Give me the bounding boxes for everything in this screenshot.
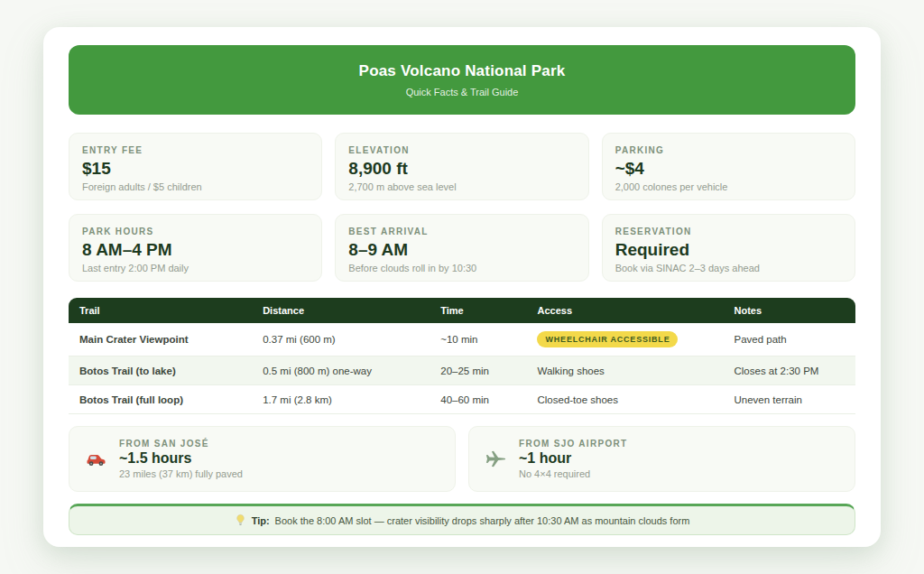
cell-access: Wheelchair Accessible [526,323,723,356]
stat-label: Park Hours [82,227,309,236]
cell-notes: Uneven terrain [723,385,855,414]
stat-label: Parking [615,145,842,155]
stat-value: 8–9 AM [348,240,575,260]
tip-bar: Tip: Book the 8:00 AM slot — crater visi… [69,504,855,535]
cell-trail: Main Crater Viewpoint [69,323,252,356]
stat-subtext: 2,000 colones per vehicle [615,181,842,192]
cell-distance: 1.7 mi (2.8 km) [252,385,430,414]
travel-label: From San José [119,439,243,449]
column-header-trail: Trail [69,298,252,323]
stat-subtext: Book via SINAC 2–3 days ahead [615,263,842,273]
stat-subtext: 2,700 m above sea level [348,181,575,192]
table-row: Main Crater Viewpoint 0.37 mi (600 m) ~1… [69,323,855,356]
stat-subtext: Before clouds roll in by 10:30 [348,263,575,273]
cell-distance: 0.5 mi (800 m) one-way [252,356,430,385]
travel-subtext: No 4×4 required [519,468,627,479]
cell-access: Walking shoes [526,356,723,385]
trail-guide-table: Trail Distance Time Access Notes Main Cr… [69,298,855,414]
table-header: Trail Distance Time Access Notes [69,298,855,323]
travel-grid: From San José ~1.5 hours 23 miles (37 km… [69,426,855,492]
stat-value: $15 [82,159,309,179]
cell-access: Closed-toe shoes [526,385,723,414]
cell-time: 40–60 min [430,385,526,414]
stat-card-reservation: Reservation Required Book via SINAC 2–3 … [602,214,855,282]
cell-trail: Botos Trail (to lake) [69,356,252,385]
column-header-time: Time [430,298,526,323]
travel-card-sjo-airport: From SJO Airport ~1 hour No 4×4 required [468,426,855,492]
page-subtitle: Quick Facts & Trail Guide [406,87,519,97]
stat-card-park-hours: Park Hours 8 AM–4 PM Last entry 2:00 PM … [69,214,322,282]
cell-notes: Paved path [723,323,855,356]
page-title: Poas Volcano National Park [359,62,566,80]
stat-value: ~$4 [615,159,842,179]
column-header-distance: Distance [252,298,430,323]
travel-card-text: From SJO Airport ~1 hour No 4×4 required [519,439,627,479]
plane-icon [484,448,507,470]
stat-subtext: Foreign adults / $5 children [82,181,309,192]
table-row: Botos Trail (full loop) 1.7 mi (2.8 km) … [69,385,855,414]
stat-subtext: Last entry 2:00 PM daily [82,263,309,273]
stat-label: Elevation [348,145,575,155]
travel-card-san-jose: From San José ~1.5 hours 23 miles (37 km… [69,426,456,492]
tip-label: Tip: [252,515,270,526]
travel-label: From SJO Airport [519,439,627,449]
stat-value: 8,900 ft [348,159,575,179]
travel-card-text: From San José ~1.5 hours 23 miles (37 km… [119,439,243,479]
table-row: Botos Trail (to lake) 0.5 mi (800 m) one… [69,356,855,385]
cell-notes: Closes at 2:30 PM [723,356,855,385]
stat-value: 8 AM–4 PM [82,240,309,260]
column-header-notes: Notes [723,298,855,323]
stat-card-entry-fee: Entry Fee $15 Foreign adults / $5 childr… [69,133,322,200]
travel-value: ~1 hour [519,450,627,467]
stat-card-parking: Parking ~$4 2,000 colones per vehicle [602,133,855,200]
wheelchair-accessible-badge: Wheelchair Accessible [537,331,678,347]
travel-value: ~1.5 hours [119,450,243,467]
stat-card-best-arrival: Best Arrival 8–9 AM Before clouds roll i… [335,214,588,282]
column-header-access: Access [526,298,723,323]
stat-card-elevation: Elevation 8,900 ft 2,700 m above sea lev… [335,133,588,200]
stats-grid: Entry Fee $15 Foreign adults / $5 childr… [69,133,855,282]
park-info-card: Poas Volcano National Park Quick Facts &… [43,27,881,547]
car-icon [84,448,107,470]
cell-distance: 0.37 mi (600 m) [252,323,430,356]
cell-trail: Botos Trail (full loop) [69,385,252,414]
stat-label: Reservation [615,227,842,236]
tip-text: Book the 8:00 AM slot — crater visibilit… [275,515,690,526]
stat-value: Required [615,240,842,260]
lightbulb-icon [235,514,246,527]
cell-time: 20–25 min [430,356,526,385]
header-banner: Poas Volcano National Park Quick Facts &… [69,45,855,115]
cell-time: ~10 min [430,323,526,356]
stat-label: Best Arrival [348,227,575,236]
travel-subtext: 23 miles (37 km) fully paved [119,468,243,479]
stat-label: Entry Fee [82,145,309,155]
